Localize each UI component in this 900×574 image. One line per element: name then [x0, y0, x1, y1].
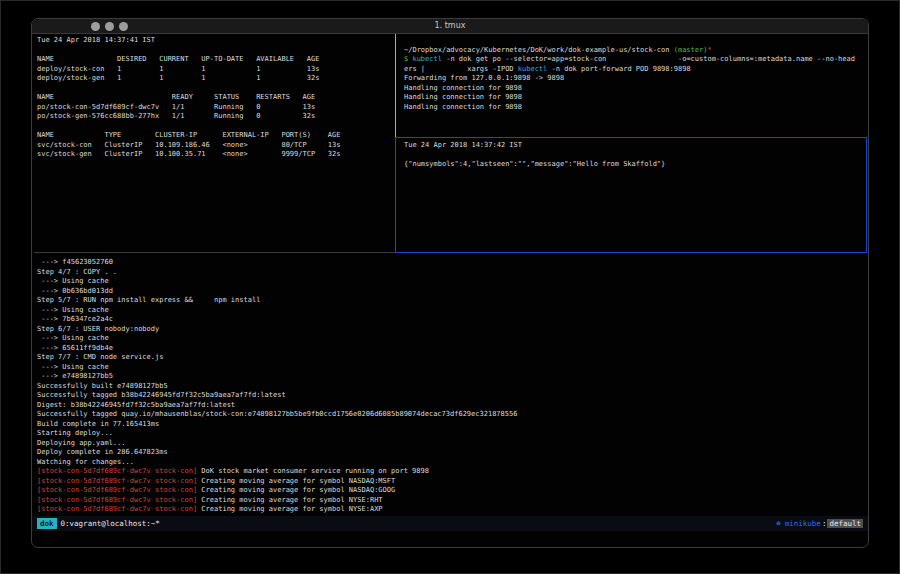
- terminal-line: [stock-con-5d7df689cf-dwc7v stock-con] D…: [37, 467, 869, 477]
- terminal-line: Successfully built e74898127bb5: [37, 382, 869, 392]
- terminal-line: svc/stock-con ClusterIP 10.109.186.46 <n…: [37, 141, 400, 151]
- terminal-line: NAME READY STATUS RESTARTS AGE: [37, 93, 400, 103]
- terminal-line: ers | xargs -IPOD kubectl -n dok port-fo…: [404, 65, 869, 75]
- kube-context-indicator: ☸ minikube : default: [776, 519, 863, 528]
- pane-curl-output[interactable]: Tue 24 Apr 2018 14:37:42 IST{"numsymbols…: [398, 138, 869, 254]
- terminal-line: [37, 122, 400, 132]
- terminal-line: [stock-con-5d7df689cf-dwc7v stock-con] C…: [37, 505, 869, 515]
- pane-divider-horizontal[interactable]: [34, 252, 395, 253]
- terminal-line: Digest: b38b42246945fd7f32c5ba9aea7af7fd…: [37, 401, 869, 411]
- terminal-line: [404, 151, 869, 161]
- terminal-line: Handling connection for 9898: [404, 84, 869, 94]
- terminal-line: [37, 84, 400, 94]
- terminal-line: Forwarding from 127.0.0.1:9898 -> 9898: [404, 74, 869, 84]
- pane-divider-vertical[interactable]: [395, 34, 396, 137]
- session-name-badge: dok: [37, 518, 57, 529]
- terminal-line: Starting deploy...: [37, 429, 869, 439]
- terminal-line: ---> 7b6347ce2a4c: [37, 315, 869, 325]
- terminal-line: ---> Using cache: [37, 363, 869, 373]
- terminal-line: Watching for changes...: [37, 458, 869, 468]
- desktop: 1. tmux Tue 24 Apr 2018 14:37:41 ISTNAME…: [0, 0, 900, 574]
- terminal-line: [stock-con-5d7df689cf-dwc7v stock-con] C…: [37, 496, 869, 506]
- terminal-window: 1. tmux Tue 24 Apr 2018 14:37:41 ISTNAME…: [31, 18, 869, 548]
- kube-context-name: minikube: [785, 519, 821, 528]
- status-left: dok 0:vagrant@localhost:~*: [37, 518, 160, 529]
- terminal-line: NAME DESIRED CURRENT UP-TO-DATE AVAILABL…: [37, 55, 400, 65]
- terminal-line: ---> Using cache: [37, 334, 869, 344]
- terminal-line: {"numsymbols":4,"lastseen":"","message":…: [404, 160, 869, 170]
- terminal-line: Handling connection for 9898: [404, 93, 869, 103]
- terminal-line: Deploying app.yaml...: [37, 439, 869, 449]
- terminal-line: ---> e74898127bb5: [37, 372, 869, 382]
- terminal-line: ---> Using cache: [37, 277, 869, 287]
- terminal-line: Tue 24 Apr 2018 14:37:41 IST: [37, 36, 400, 46]
- terminal-line: Successfully tagged quay.io/mhausenblas/…: [37, 410, 869, 420]
- terminal-line: ---> Using cache: [37, 306, 869, 316]
- terminal-line: ---> 65611ff9db4e: [37, 344, 869, 354]
- terminal-line: Step 5/7 : RUN npm install express && np…: [37, 296, 869, 306]
- terminal-line: po/stock-con-5d7df689cf-dwc7v 1/1 Runnin…: [37, 103, 400, 113]
- terminal-line: [404, 36, 869, 46]
- terminal-line: Step 4/7 : COPY . .: [37, 268, 869, 278]
- terminal-line: svc/stock-gen ClusterIP 10.100.35.71 <no…: [37, 150, 400, 160]
- window-titlebar[interactable]: 1. tmux: [32, 19, 868, 34]
- terminal-line: [37, 46, 400, 56]
- tmux-status-bar: dok 0:vagrant@localhost:~* ☸ minikube : …: [32, 516, 868, 531]
- kubernetes-icon: ☸: [776, 519, 781, 528]
- terminal-line: deploy/stock-con 1 1 1 1 13s: [37, 65, 400, 75]
- kube-context-separator: :: [822, 519, 827, 528]
- terminal-line: NAME TYPE CLUSTER-IP EXTERNAL-IP PORT(S)…: [37, 131, 400, 141]
- terminal-line: Step 6/7 : USER nobody:nobody: [37, 325, 869, 335]
- terminal-line: ---> f45623052760: [37, 258, 869, 268]
- terminal-line: [stock-con-5d7df689cf-dwc7v stock-con] C…: [37, 486, 869, 496]
- terminal-line: Deploy complete in 286.647823ms: [37, 448, 869, 458]
- terminal-line: Tue 24 Apr 2018 14:37:42 IST: [404, 141, 869, 151]
- terminal-line: Handling connection for 9898: [404, 103, 869, 113]
- pane-skaffold-build[interactable]: ---> f45623052760Step 4/7 : COPY . . ---…: [32, 255, 869, 516]
- terminal-line: po/stock-gen-576cc688bb-277hx 1/1 Runnin…: [37, 112, 400, 122]
- pane-kubectl-watch[interactable]: Tue 24 Apr 2018 14:37:41 ISTNAME DESIRED…: [32, 34, 400, 254]
- pane-port-forward[interactable]: ~/Dropbox/advocacy/Kubernetes/DoK/work/d…: [398, 34, 869, 139]
- terminal-line: Successfully tagged b38b42246945fd7f32c5…: [37, 391, 869, 401]
- terminal-line: deploy/stock-gen 1 1 1 1 32s: [37, 74, 400, 84]
- terminal-line: Build complete in 77.165413ms: [37, 420, 869, 430]
- terminal-line: ---> 0b636bd013dd: [37, 287, 869, 297]
- terminal-line: ~/Dropbox/advocacy/Kubernetes/DoK/work/d…: [404, 46, 869, 56]
- status-window-label[interactable]: 0:vagrant@localhost:~*: [61, 519, 160, 528]
- terminal-line: [stock-con-5d7df689cf-dwc7v stock-con] C…: [37, 477, 869, 487]
- window-title: 1. tmux: [32, 19, 868, 33]
- terminal-line: Step 7/7 : CMD node service.js: [37, 353, 869, 363]
- kube-namespace-badge: default: [827, 519, 863, 528]
- terminal-line: $ kubectl -n dok get po --selector=app=s…: [404, 55, 869, 65]
